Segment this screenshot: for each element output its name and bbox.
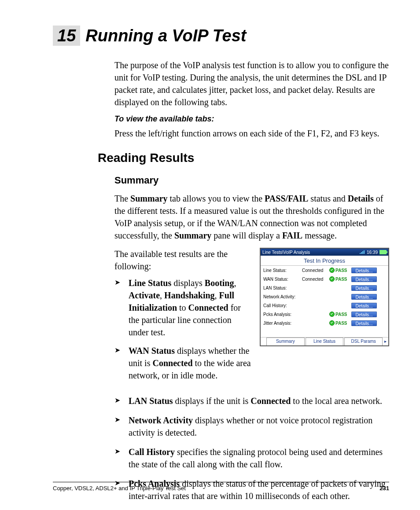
result-row: Network Activity: Details...: [261, 292, 388, 301]
details-button[interactable]: Details...: [351, 303, 377, 308]
bold-run: Activate: [129, 290, 160, 300]
details-button[interactable]: Details...: [351, 312, 377, 317]
text-run: to the local area network.: [291, 396, 382, 406]
bold-run: WAN Status: [129, 346, 175, 356]
result-row: Jitter Analysis: PASS Details...: [261, 319, 388, 327]
page-number: 231: [379, 485, 389, 492]
row-label: LAN Status:: [263, 286, 300, 290]
tab-arrow-left[interactable]: [261, 338, 266, 345]
details-button[interactable]: Details...: [351, 294, 377, 300]
bold-run: Summary: [174, 231, 211, 240]
list-item: WAN Status displays whether the unit is …: [114, 345, 252, 382]
pass-label: PASS: [335, 321, 347, 326]
result-row: LAN Status: Details...: [261, 283, 388, 292]
pass-badge: PASS: [329, 320, 350, 326]
text-run: to: [177, 303, 188, 312]
check-icon: [329, 320, 335, 326]
bold-run: LAN Status: [129, 396, 173, 406]
battery-icon: [379, 250, 387, 254]
row-label: Network Activity:: [263, 294, 300, 299]
tab-summary[interactable]: Summary: [266, 338, 305, 345]
bold-run: Connected: [251, 396, 291, 406]
bold-run: Handshaking: [164, 290, 215, 300]
pass-label: PASS: [335, 312, 347, 317]
result-row: Pcks Analysis: PASS Details...: [261, 310, 388, 319]
bold-run: FAIL: [282, 231, 302, 240]
result-row: Call History: Details...: [261, 301, 388, 310]
chapter-title: Running a VoIP Test: [85, 27, 246, 44]
list-item: LAN Status displays if the unit is Conne…: [114, 395, 389, 407]
intro-paragraph: The purpose of the VoIP analysis test fu…: [114, 59, 389, 108]
bullet-list-narrow: Line Status displays Booting, Activate, …: [114, 277, 252, 382]
check-icon: [329, 276, 335, 282]
result-row: WAN Status: Connected PASS Details...: [261, 275, 388, 283]
subsection-heading-summary: Summary: [114, 175, 389, 186]
details-button[interactable]: Details...: [351, 268, 377, 273]
summary-paragraph: The Summary tab allows you to view the P…: [114, 192, 389, 242]
page-footer: Copper, VDSL2, ADSL2+ and IP Triple-Play…: [53, 482, 389, 492]
text-run: The: [114, 194, 130, 203]
instruction-heading: To view the available tabs:: [114, 114, 389, 124]
bold-run: Connected: [188, 303, 228, 312]
row-label: Pcks Analysis:: [263, 312, 300, 317]
page-container: 15 Running a VoIP Test The purpose of th…: [0, 0, 420, 510]
bold-run: Booting: [205, 278, 234, 288]
left-column: The available test results are the follo…: [114, 248, 252, 388]
available-results-intro: The available test results are the follo…: [114, 248, 252, 272]
titlebar-right: 16:39: [360, 250, 387, 255]
footer-left: Copper, VDSL2, ADSL2+ and IP Triple-Play…: [53, 485, 186, 492]
text-run: ,: [215, 290, 219, 300]
breadcrumb: Line Tests\VoIP Analysis: [262, 250, 310, 255]
row-label: Line Status:: [263, 268, 300, 273]
chapter-number: 15: [53, 26, 80, 46]
section-heading-reading-results: Reading Results: [98, 151, 389, 165]
tab-arrow-right[interactable]: ▸: [383, 338, 388, 345]
signal-icon: [360, 250, 365, 254]
text-run: displays if the unit is: [173, 396, 251, 406]
text-run: ,: [234, 278, 236, 288]
bold-run: Summary: [130, 194, 167, 203]
bold-run: Details: [348, 194, 374, 203]
row-label: WAN Status:: [263, 277, 300, 282]
result-row: Line Status: Connected PASS Details...: [261, 266, 388, 275]
device-titlebar: Line Tests\VoIP Analysis 16:39: [261, 249, 388, 256]
text-run: tab allows you to view the: [168, 194, 265, 203]
pass-badge: PASS: [329, 268, 350, 273]
pass-badge: PASS: [329, 312, 350, 317]
bold-run: Connected: [152, 358, 192, 368]
pass-badge: PASS: [329, 276, 350, 282]
text-run: pane will display a: [211, 231, 282, 240]
row-value: Connected: [302, 277, 328, 282]
tab-line-status[interactable]: Line Status: [306, 338, 344, 345]
details-button[interactable]: Details...: [351, 285, 377, 291]
details-button[interactable]: Details...: [351, 320, 377, 326]
row-value: Connected: [302, 268, 328, 273]
instruction-body: Press the left/right function arrows on …: [114, 127, 389, 139]
text-run: displays: [171, 278, 205, 288]
chapter-heading: 15 Running a VoIP Test: [53, 26, 389, 46]
list-item: Line Status displays Booting, Activate, …: [114, 277, 252, 338]
list-item: Network Activity displays whether or not…: [114, 414, 389, 439]
bold-run: Line Status: [129, 278, 171, 288]
bold-run: Call History: [129, 447, 175, 457]
pass-label: PASS: [335, 277, 347, 282]
text-run: status and: [308, 194, 347, 203]
bold-run: PASS/FAIL: [265, 194, 308, 203]
two-column-region: The available test results are the follo…: [114, 248, 389, 388]
check-icon: [329, 312, 335, 317]
text-run: ,: [160, 290, 164, 300]
list-item: Call History specifies the signaling pro…: [114, 446, 389, 470]
test-status-header: Test In Progress: [261, 256, 388, 266]
tab-dsl-params[interactable]: DSL Params: [344, 338, 383, 345]
bold-run: Network Activity: [129, 415, 193, 425]
row-label: Call History:: [263, 303, 300, 308]
text-run: message.: [302, 231, 337, 240]
clock: 16:39: [367, 250, 378, 255]
device-screenshot: Line Tests\VoIP Analysis 16:39 Test In P…: [260, 248, 389, 346]
check-icon: [329, 268, 335, 273]
row-label: Jitter Analysis:: [263, 321, 300, 326]
device-tabbar: Summary Line Status DSL Params ▸: [261, 337, 388, 345]
details-button[interactable]: Details...: [351, 276, 377, 282]
pass-label: PASS: [335, 268, 347, 273]
